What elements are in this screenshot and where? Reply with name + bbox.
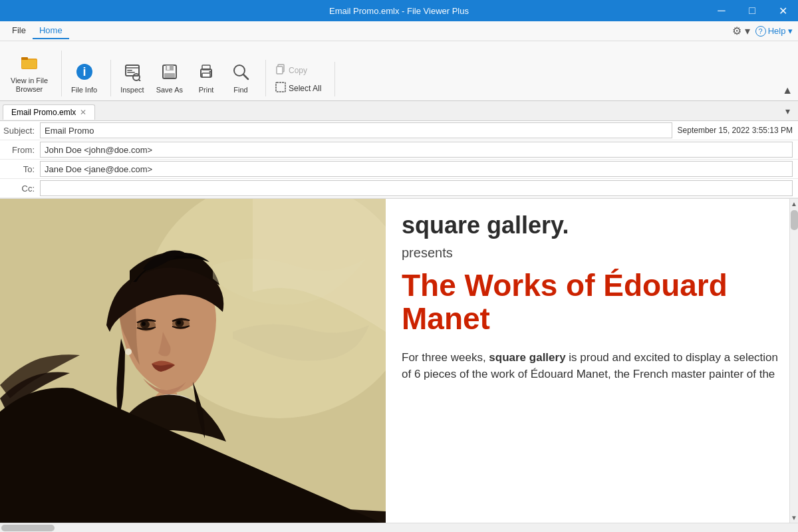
scrollbar-thumb[interactable] — [791, 210, 798, 230]
file-info-label: File Info — [71, 86, 97, 94]
scroll-up-button[interactable]: ▲ — [789, 199, 798, 209]
email-container: Subject: Email Promo September 15, 2022 … — [0, 121, 798, 532]
select-all-label: Select All — [289, 84, 321, 93]
scroll-down-button[interactable]: ▼ — [789, 513, 798, 523]
save-icon — [160, 63, 179, 84]
menu-right: ⚙ ▾ ? Help ▾ — [732, 25, 793, 37]
painting-image — [0, 199, 386, 523]
select-all-button[interactable]: Select All — [270, 80, 327, 96]
find-label: Find — [233, 86, 247, 94]
email-header: Subject: Email Promo September 15, 2022 … — [0, 121, 798, 199]
email-cc-row: Cc: — [0, 179, 798, 198]
ribbon-group-navigate: View in FileBrowser — [5, 51, 62, 96]
ribbon-collapse-button[interactable]: ▲ — [782, 84, 793, 96]
copy-icon — [275, 64, 286, 76]
options-icon[interactable]: ⚙ ▾ — [732, 25, 749, 37]
exhibit-body: For three weeks, square gallery is proud… — [402, 349, 782, 383]
print-icon — [197, 63, 215, 84]
svg-line-20 — [243, 74, 248, 79]
painting-svg — [0, 199, 386, 523]
email-text-content: square gallery. presents The Works of Éd… — [386, 199, 798, 523]
subject-value: Email Promo — [40, 122, 672, 138]
info-icon: i — [75, 63, 94, 84]
copy-label: Copy — [289, 66, 307, 75]
ribbon-group-info: i File Info — [66, 60, 111, 96]
cc-label: Cc: — [0, 184, 40, 194]
window-controls: ─ □ ✕ — [706, 0, 798, 21]
tab-dropdown-button[interactable]: ▾ — [780, 103, 795, 119]
to-label: To: — [0, 164, 40, 174]
from-value: John Doe <john@doe.com> — [40, 142, 793, 158]
tab-bar: Email Promo.emlx ✕ ▾ — [0, 101, 798, 121]
gallery-name: square gallery. — [402, 212, 782, 239]
folder-icon — [20, 53, 39, 74]
ribbon-group-clipboard: Copy Select All — [270, 62, 335, 96]
svg-point-32 — [177, 321, 181, 325]
tab-label: Email Promo.emlx — [11, 108, 76, 117]
inspect-label: Inspect — [120, 86, 144, 94]
cc-value — [40, 180, 793, 196]
email-to-row: To: Jane Doe <jane@doe.com> — [0, 160, 798, 179]
svg-rect-17 — [202, 73, 210, 77]
horizontal-scrollbar[interactable] — [0, 523, 798, 532]
inspect-icon — [123, 63, 142, 84]
save-as-button[interactable]: Save As — [151, 60, 188, 96]
view-in-file-browser-label: View in FileBrowser — [11, 76, 48, 94]
title-bar: Email Promo.emlx - File Viewer Plus ─ □ … — [0, 0, 798, 21]
svg-rect-22 — [277, 66, 283, 74]
tab-email-promo[interactable]: Email Promo.emlx ✕ — [3, 104, 95, 120]
svg-rect-8 — [127, 72, 135, 73]
to-value: Jane Doe <jane@doe.com> — [40, 161, 793, 177]
svg-rect-2 — [22, 60, 37, 68]
menu-item-home[interactable]: Home — [33, 23, 69, 39]
subject-label: Subject: — [0, 126, 40, 136]
menu-bar: File Home ⚙ ▾ ? Help ▾ — [0, 21, 798, 41]
email-subject-row: Subject: Email Promo September 15, 2022 … — [0, 121, 798, 140]
svg-rect-7 — [127, 70, 132, 71]
print-button[interactable]: Print — [190, 60, 223, 96]
svg-point-29 — [142, 322, 146, 326]
view-in-file-browser-button[interactable]: View in FileBrowser — [5, 51, 53, 96]
close-button[interactable]: ✕ — [767, 0, 798, 21]
clipboard-col: Copy Select All — [270, 62, 327, 96]
ribbon-group-tools: Inspect Save As — [115, 60, 266, 96]
menu-item-file[interactable]: File — [5, 23, 33, 39]
minimize-button[interactable]: ─ — [706, 0, 737, 21]
print-label: Print — [199, 86, 214, 94]
find-icon — [231, 63, 250, 84]
file-info-button[interactable]: i File Info — [66, 60, 102, 96]
help-button[interactable]: ? Help ▾ — [755, 26, 793, 37]
window-title: Email Promo.emlx - File Viewer Plus — [329, 6, 469, 16]
svg-text:i: i — [82, 65, 86, 78]
exhibit-title: The Works of Édouard Manet — [402, 269, 782, 336]
svg-point-33 — [125, 348, 132, 355]
svg-point-18 — [209, 71, 211, 73]
svg-rect-14 — [164, 73, 175, 78]
svg-point-9 — [133, 74, 140, 80]
svg-rect-23 — [276, 82, 285, 92]
maximize-button[interactable]: □ — [737, 0, 767, 21]
gallery-presents: presents — [402, 245, 782, 261]
svg-rect-1 — [21, 57, 28, 60]
from-label: From: — [0, 145, 40, 155]
copy-button[interactable]: Copy — [270, 62, 327, 78]
vertical-scrollbar[interactable]: ▲ ▼ — [789, 199, 798, 523]
tab-close-button[interactable]: ✕ — [80, 108, 86, 117]
email-body: square gallery. presents The Works of Éd… — [0, 199, 798, 523]
h-scrollbar-thumb[interactable] — [1, 525, 55, 531]
svg-rect-13 — [167, 66, 170, 70]
email-date: September 15, 2022 3:55:13 PM — [672, 126, 798, 135]
inspect-button[interactable]: Inspect — [115, 60, 149, 96]
svg-line-10 — [139, 80, 140, 81]
email-from-row: From: John Doe <john@doe.com> — [0, 140, 798, 160]
ribbon: View in FileBrowser i File Info — [0, 41, 798, 101]
find-button[interactable]: Find — [224, 60, 257, 96]
select-all-icon — [275, 82, 286, 94]
save-as-label: Save As — [156, 86, 183, 94]
